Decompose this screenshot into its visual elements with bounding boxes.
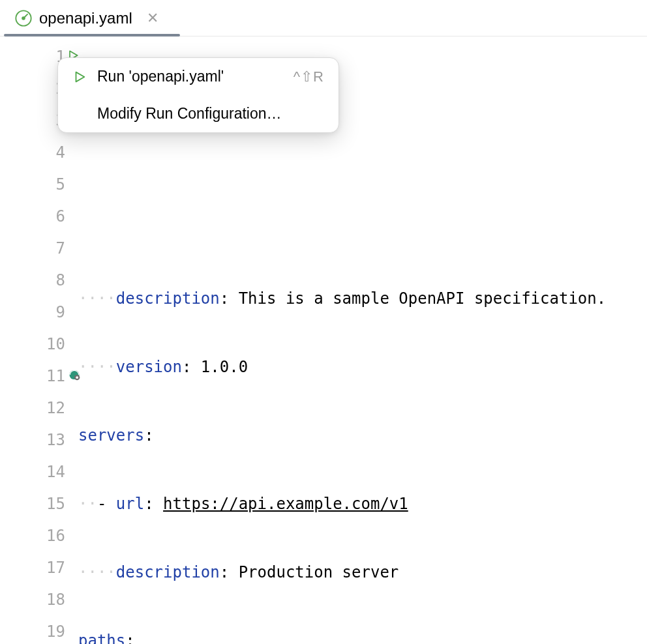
gutter-row[interactable]: 7: [0, 232, 78, 264]
code-line: ··- url: https://api.example.com/v1: [78, 488, 647, 520]
menu-item-label: Modify Run Configuration…: [97, 105, 282, 123]
code-line: paths:: [78, 624, 647, 644]
gutter-row[interactable]: 13: [0, 424, 78, 456]
menu-item-label: Run 'openapi.yaml': [97, 68, 224, 85]
tab-bar: openapi.yaml ✕: [0, 0, 647, 37]
line-number: 9: [37, 303, 65, 321]
line-number: 7: [37, 239, 65, 257]
line-number: 13: [37, 431, 65, 449]
line-number: 5: [37, 175, 65, 194]
code-line: ····description: This is a sample OpenAP…: [78, 282, 647, 314]
gutter-row[interactable]: 6: [0, 200, 78, 232]
code-line: servers:: [78, 419, 647, 451]
gutter-row[interactable]: 11: [0, 360, 78, 392]
indent-dots: ··: [78, 495, 97, 513]
gutter-row[interactable]: 15: [0, 488, 78, 520]
line-number: 12: [37, 399, 65, 417]
indent-dots: ····: [78, 358, 116, 376]
colon: :: [125, 632, 134, 645]
line-number: 18: [37, 591, 65, 609]
gutter-row[interactable]: 17: [0, 551, 78, 583]
menu-item-run[interactable]: Run 'openapi.yaml' ^⇧R: [58, 58, 339, 95]
line-number: 16: [37, 527, 65, 545]
menu-item-modify-run-config[interactable]: Modify Run Configuration…: [58, 95, 339, 132]
menu-item-shortcut: ^⇧R: [293, 68, 324, 85]
dash: -: [97, 495, 116, 513]
svg-line-2: [23, 14, 27, 18]
line-number: 4: [37, 143, 65, 162]
gutter-row[interactable]: 12: [0, 392, 78, 424]
yaml-key: version: [116, 358, 182, 376]
close-tab-icon[interactable]: ✕: [147, 10, 158, 27]
tab-openapi[interactable]: openapi.yaml ✕: [4, 1, 169, 36]
yaml-value: 1.0.0: [201, 358, 248, 376]
gutter-row[interactable]: 16: [0, 520, 78, 551]
line-number: 11: [37, 367, 65, 385]
run-context-menu: Run 'openapi.yaml' ^⇧R Modify Run Config…: [57, 57, 339, 133]
gutter-row[interactable]: 5: [0, 168, 78, 200]
line-number: 17: [37, 559, 65, 577]
gutter-row[interactable]: 8: [0, 264, 78, 296]
code-line: [78, 145, 647, 177]
gutter-row[interactable]: 18: [0, 583, 78, 615]
code-line: [78, 214, 647, 246]
yaml-url-value[interactable]: https://api.example.com/v1: [163, 495, 408, 513]
colon: :: [220, 289, 239, 308]
colon: :: [182, 358, 201, 376]
yaml-key: url: [116, 495, 144, 513]
line-number: 6: [37, 207, 65, 226]
colon: :: [144, 495, 163, 513]
line-number: 15: [37, 495, 65, 513]
gutter-row[interactable]: 10: [0, 328, 78, 360]
gutter-row[interactable]: 19: [0, 615, 78, 644]
gutter-row[interactable]: 4: [0, 136, 78, 168]
code-line: ····description: Production server: [78, 556, 647, 588]
tab-underline-indicator: [4, 34, 180, 37]
indent-dots: ····: [78, 563, 116, 581]
yaml-key: servers: [78, 426, 144, 445]
colon: :: [144, 426, 153, 445]
yaml-value: This is a sample OpenAPI specification.: [239, 289, 607, 308]
yaml-key: description: [116, 563, 220, 581]
gutter-row[interactable]: 9: [0, 296, 78, 328]
yaml-value: Production server: [239, 563, 399, 581]
yaml-key: description: [116, 289, 220, 308]
code-line: ····version: 1.0.0: [78, 351, 647, 383]
indent-dots: ····: [78, 289, 116, 308]
line-number: 8: [37, 271, 65, 289]
gutter-row[interactable]: 14: [0, 456, 78, 488]
openapi-file-icon: [14, 9, 33, 27]
tab-title: openapi.yaml: [39, 9, 132, 27]
colon: :: [220, 563, 239, 581]
line-number: 14: [37, 463, 65, 481]
play-icon: [72, 70, 87, 84]
yaml-key: paths: [78, 632, 125, 645]
line-number: 19: [37, 622, 65, 641]
line-number: 10: [37, 335, 65, 353]
